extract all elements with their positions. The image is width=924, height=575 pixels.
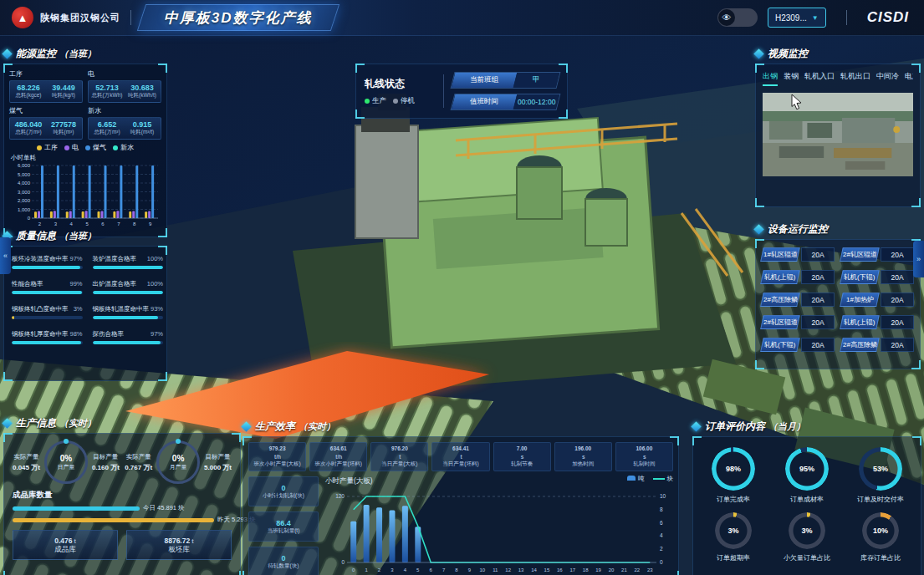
device-label: 2#高压除鳞 <box>840 338 880 352</box>
panel-video-monitor: 视频监控 出钢装钢轧机入口轧机出口中间冷电加热 <box>755 45 921 207</box>
left-collapse-tab[interactable]: « <box>0 237 11 274</box>
energy-unit: 总耗(万m³) <box>11 129 46 136</box>
donut-ring-wrap: 95% <box>785 447 829 491</box>
device-current: 20A <box>801 338 835 352</box>
gauge-percent: 0% <box>60 454 72 463</box>
badge-label: 值班时间 <box>452 94 517 109</box>
svg-text:18: 18 <box>583 567 589 572</box>
device-chip: 轧机(下辊) 20A <box>841 270 914 284</box>
svg-text:9: 9 <box>468 567 472 572</box>
shift-badge: 当前班组 甲 <box>451 72 561 89</box>
diamond-icon <box>2 48 13 59</box>
quality-item: 探伤合格率97% <box>93 330 164 344</box>
device-current: 20A <box>881 293 914 307</box>
svg-text:3: 3 <box>54 221 58 226</box>
metric-unit: t <box>399 454 401 460</box>
legend-dot <box>113 145 118 150</box>
chevron-down-icon: ▼ <box>812 14 819 22</box>
video-tab[interactable]: 中间冷 <box>876 71 899 86</box>
panel-production-efficiency: 生产效率 （实时） 979.23t/h 班次小时产量(大板) 634.61t/h… <box>242 418 679 575</box>
actual-label: 实际产量 <box>13 453 40 461</box>
status-label: 停机 <box>401 96 415 106</box>
metric-unit: t/h <box>274 454 281 460</box>
quality-item: 装炉温度合格率100% <box>93 255 164 269</box>
svg-text:6,000: 6,000 <box>18 163 31 168</box>
progress-fill <box>12 291 82 294</box>
svg-text:10: 10 <box>480 567 486 572</box>
energy-value: 486.040 <box>11 120 46 129</box>
video-tab[interactable]: 装钢 <box>784 71 799 86</box>
device-current: 20A <box>881 338 914 352</box>
svg-text:2,000: 2,000 <box>18 198 31 203</box>
svg-text:5: 5 <box>416 567 420 572</box>
energy-value: 30.683 <box>125 84 160 92</box>
stock-bar: 昨天 5.293 块 <box>13 516 232 524</box>
panel-period: （实时） <box>299 420 335 433</box>
divider <box>443 74 444 108</box>
device-current: 20A <box>801 293 835 307</box>
side-metric-value: 0 <box>281 484 285 492</box>
energy-chart-title: 小时单耗 <box>11 154 161 162</box>
svg-text:8: 8 <box>133 221 136 226</box>
metric-value: 7.00 <box>495 445 549 451</box>
video-tab[interactable]: 电加热 <box>905 71 913 86</box>
device-chip: 1#轧区辊道 20A <box>762 247 835 262</box>
quality-label: 性能合格率 <box>12 280 43 288</box>
order-kpi-label: 订单完成率 <box>717 495 750 504</box>
order-kpi-label: 库存订单占比 <box>860 553 901 562</box>
visibility-toggle[interactable]: 👁 <box>717 8 758 27</box>
panel-line-status: 轧线状态 生产停机 当前班组 甲 值班时间 00:00-12:00 <box>355 64 568 119</box>
video-tab[interactable]: 轧机入口 <box>804 71 835 86</box>
energy-unit: 吨耗(m³/t) <box>125 129 160 136</box>
stock-label: 成品库 <box>54 545 76 555</box>
video-tab[interactable]: 轧机出口 <box>840 71 870 86</box>
device-label: 轧机(下辊) <box>760 338 800 352</box>
energy-unit: 吨耗(kg/t) <box>46 92 81 99</box>
svg-text:0: 0 <box>28 216 31 221</box>
metric-card: 7.00s 轧制节奏 <box>493 442 551 471</box>
svg-text:0: 0 <box>352 567 355 572</box>
metric-value: 979.23 <box>250 445 304 451</box>
stock-bars: 今日 45.891 块 昨天 5.293 块 <box>13 504 232 524</box>
panel-title-text: 生产信息 <box>16 416 56 430</box>
metric-card: 634.41t 当日产量(坯料) <box>431 442 489 471</box>
panel-production-info: 生产信息 （实时） 实际产量0.045 万t 0%日产量 目标产量0.160 万… <box>3 415 241 575</box>
svg-text:17: 17 <box>569 567 575 572</box>
video-feed[interactable] <box>763 93 913 176</box>
metric-label: 轧制时间 <box>617 461 671 468</box>
status-label: 生产 <box>372 96 386 106</box>
panel-title: 设备运行监控 <box>755 221 921 237</box>
panel-title: 订单评价内容 （当月） <box>692 418 921 435</box>
legend-label: 新水 <box>120 143 134 152</box>
target-value: 5.000 万t <box>204 463 232 472</box>
svg-text:7: 7 <box>442 567 446 572</box>
progress-track <box>12 266 83 269</box>
donut-ring-wrap: 53% <box>859 447 902 491</box>
device-current: 20A <box>801 247 835 262</box>
video-tabs: 出钢装钢轧机入口轧机出口中间冷电加热 <box>763 71 913 86</box>
panel-title-text: 质量信息 <box>16 229 56 243</box>
line-legend-marker <box>653 478 665 480</box>
right-collapse-tab[interactable]: » <box>913 241 924 277</box>
device-label: 1#加热炉 <box>840 293 880 307</box>
stock-value: 8876.72 <box>164 537 190 545</box>
progress-track <box>93 266 164 269</box>
svg-text:9: 9 <box>149 221 152 226</box>
divider <box>130 10 131 25</box>
heat-number-select[interactable]: H2309... ▼ <box>768 8 826 28</box>
video-tab[interactable]: 出钢 <box>763 71 778 86</box>
device-label: 2#轧区辊道 <box>760 315 800 329</box>
svg-text:8: 8 <box>660 506 663 512</box>
panel-title: 生产效率 （实时） <box>242 418 679 435</box>
svg-text:23: 23 <box>647 567 653 572</box>
svg-text:1: 1 <box>365 567 368 572</box>
panel-title-text: 设备运行监控 <box>768 222 828 237</box>
order-kpi-label: 订单及时交付率 <box>857 495 904 504</box>
energy-group: 煤气 486.040总耗(万m³) 277578吨耗(m³) <box>9 105 83 140</box>
eye-icon: 👁 <box>718 9 735 26</box>
metric-unit: s <box>643 454 646 460</box>
metric-card: 976.20t 当日产量(大板) <box>370 442 428 471</box>
energy-value: 68.226 <box>11 84 46 92</box>
brand-logo: CISDI <box>867 9 909 26</box>
stock-title: 成品库数量 <box>13 490 232 501</box>
